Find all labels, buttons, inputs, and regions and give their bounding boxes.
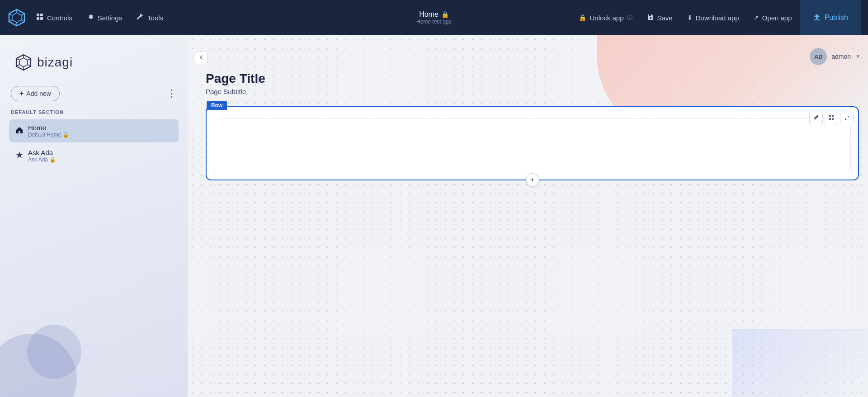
- svg-rect-8: [37, 14, 39, 16]
- navbar-left: Controls Settings Tools: [30, 9, 170, 26]
- plus-icon: +: [19, 90, 24, 98]
- row-container[interactable]: Row: [206, 106, 859, 180]
- sidebar-section-header: DEFAULT SECTION: [9, 109, 179, 115]
- open-app-button[interactable]: ↗ Open app: [747, 10, 798, 25]
- ask-ada-icon: [15, 151, 24, 161]
- tools-button[interactable]: Tools: [130, 9, 170, 26]
- svg-rect-11: [40, 17, 43, 20]
- canvas-bg-deco2: [732, 329, 868, 397]
- row-resize-button[interactable]: [840, 112, 854, 125]
- sidebar-item-ask-ada-text: Ask Ada Ask Ada 🔒: [28, 149, 56, 163]
- lock-icon: 🔒: [441, 11, 449, 18]
- lock-small-icon: 🔒: [62, 132, 69, 138]
- download-app-button[interactable]: ⬇ Download app: [681, 10, 745, 25]
- download-icon: ⬇: [687, 14, 693, 21]
- divider: [805, 48, 805, 65]
- grid-icon: [829, 115, 835, 122]
- svg-marker-13: [19, 58, 28, 67]
- row-edit-button[interactable]: [809, 112, 823, 125]
- sidebar-brand: bizagi: [9, 46, 179, 82]
- row-label: Row: [207, 101, 227, 110]
- canvas-area: AD admon ▼ Page Title Page Subtitle Row: [188, 35, 868, 397]
- chevron-down-icon: ▼: [855, 53, 861, 60]
- section-label: DEFAULT SECTION: [11, 109, 64, 115]
- pencil-icon: [813, 115, 819, 122]
- sidebar-item-home[interactable]: Home Default Home 🔒: [9, 119, 179, 142]
- navbar-right: 🔒 Unlock app ⓘ Save ⬇ Download app ↗ Ope…: [572, 0, 861, 35]
- controls-button[interactable]: Controls: [30, 9, 79, 26]
- user-name: admon: [831, 53, 851, 60]
- add-row-button[interactable]: +: [526, 173, 539, 187]
- row-grid-button[interactable]: [825, 112, 838, 125]
- publish-button[interactable]: Publish: [800, 0, 861, 35]
- info-icon: ⓘ: [627, 14, 632, 22]
- row-inner: [214, 118, 851, 172]
- collapse-icon: [198, 55, 204, 61]
- navbar-center: Home 🔒 Home test app: [416, 10, 452, 25]
- svg-rect-10: [37, 17, 39, 20]
- tools-label: Tools: [147, 14, 163, 22]
- controls-label: Controls: [47, 14, 72, 22]
- publish-icon: [813, 13, 821, 23]
- svg-rect-9: [40, 14, 43, 16]
- unlock-app-button[interactable]: 🔒 Unlock app ⓘ: [572, 10, 638, 25]
- open-icon: ↗: [754, 14, 759, 21]
- sidebar-item-ask-ada[interactable]: Ask Ada Ask Ada 🔒: [9, 144, 179, 167]
- add-new-button[interactable]: + Add new: [11, 86, 60, 101]
- resize-icon: [844, 115, 850, 122]
- svg-rect-21: [832, 115, 834, 117]
- svg-rect-23: [832, 118, 834, 120]
- svg-rect-20: [829, 115, 831, 117]
- lock-small-icon-2: 🔒: [49, 156, 56, 163]
- row-toolbar: [809, 112, 854, 125]
- navbar-center-subtitle: Home test app: [416, 19, 452, 25]
- navbar-logo: [7, 8, 26, 27]
- sidebar-brand-logo: [14, 53, 33, 71]
- collapse-sidebar-button[interactable]: [195, 52, 208, 64]
- sidebar: bizagi + Add new ⋮ DEFAULT SECTION Home …: [0, 35, 188, 397]
- settings-icon: [87, 13, 94, 22]
- page-title: Page Title: [206, 71, 859, 86]
- controls-icon: [36, 13, 43, 22]
- tools-icon: [137, 13, 144, 22]
- navbar-center-title: Home 🔒: [419, 10, 449, 19]
- sidebar-more-button[interactable]: ⋮: [167, 89, 177, 99]
- settings-label: Settings: [98, 14, 122, 22]
- brand-name: bizagi: [37, 55, 73, 70]
- save-icon: [647, 14, 654, 22]
- navbar: Controls Settings Tools Home 🔒 Home test…: [0, 0, 868, 35]
- save-button[interactable]: Save: [641, 10, 679, 26]
- user-avatar: AD: [810, 48, 827, 65]
- home-icon: [15, 126, 24, 136]
- settings-button[interactable]: Settings: [80, 9, 128, 26]
- page-subtitle: Page Subtitle: [206, 88, 859, 95]
- add-row-plus-icon: +: [530, 176, 534, 184]
- svg-rect-22: [829, 118, 831, 120]
- canvas-user-info: AD admon ▼: [805, 48, 861, 65]
- svg-marker-1: [12, 13, 21, 23]
- page-content: Page Title Page Subtitle Row: [206, 71, 859, 188]
- sidebar-item-home-text: Home Default Home 🔒: [28, 124, 69, 138]
- main-layout: bizagi + Add new ⋮ DEFAULT SECTION Home …: [0, 35, 868, 397]
- unlock-icon: 🔒: [579, 14, 586, 21]
